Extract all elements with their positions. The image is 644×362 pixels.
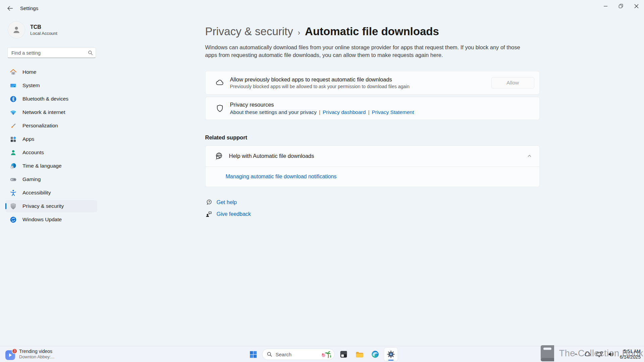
help-expander-title: Help with Automatic file downloads (229, 153, 314, 159)
windows-update-icon (9, 216, 17, 224)
taskbar: 3 Trending videos Downton Abbey:... Sear… (0, 346, 644, 362)
widget-title: Trending videos (19, 349, 55, 354)
restore-button[interactable] (613, 0, 629, 12)
edge-browser-button[interactable] (369, 348, 382, 361)
chevron-up-icon (527, 154, 532, 159)
sidebar-item-label: Accessibility (22, 190, 51, 196)
sidebar-item-home[interactable]: Home (5, 66, 97, 78)
window-controls (598, 0, 644, 12)
restore-icon (619, 4, 623, 8)
close-button[interactable] (629, 0, 644, 12)
system-tray: 5:51 AM 6/14/2025 (572, 346, 641, 362)
sidebar-item-label: Windows Update (22, 217, 62, 223)
page-description: Windows can automatically download files… (205, 44, 527, 59)
sidebar-item-label: Time & language (22, 163, 62, 169)
clock-time: 5:51 AM (620, 349, 641, 354)
related-support-heading: Related support (205, 134, 540, 141)
settings-app-button[interactable] (384, 348, 398, 361)
sidebar-item-accounts[interactable]: Accounts (5, 146, 97, 159)
sidebar-item-windows-update[interactable]: Windows Update (5, 214, 97, 226)
privacy-resources-card: Privacy resources About these settings a… (205, 97, 540, 120)
sidebar-item-bluetooth-devices[interactable]: Bluetooth & devices (5, 93, 97, 105)
minimize-icon (603, 4, 608, 8)
privacy-statement-link[interactable]: Privacy Statement (372, 109, 414, 115)
about-settings-privacy-link[interactable]: About these settings and your privacy (230, 109, 317, 115)
home-icon (9, 68, 17, 76)
start-button[interactable] (247, 348, 260, 361)
privacy-resources-links: About these settings and your privacy|Pr… (230, 109, 414, 115)
system-icon (9, 82, 17, 89)
sidebar-item-accessibility[interactable]: Accessibility (5, 187, 97, 199)
account-card[interactable]: TCB Local Account (8, 21, 97, 38)
privacy-dashboard-link[interactable]: Privacy dashboard (323, 109, 366, 115)
get-help-row: ? Get help (205, 199, 540, 206)
shield-outline-icon (215, 104, 224, 113)
managing-notifications-link[interactable]: Managing automatic file download notific… (226, 174, 337, 180)
svg-text:?: ? (208, 200, 210, 203)
footer-links: ? Get help Give feedback (205, 199, 540, 218)
allow-card-title: Allow previously blocked apps to request… (230, 76, 410, 83)
speaker-icon (607, 351, 615, 358)
sidebar-item-network-internet[interactable]: Network & internet (5, 106, 97, 118)
sidebar-item-time-language[interactable]: Time & language (5, 160, 97, 172)
search-icon (267, 352, 272, 357)
sidebar-item-system[interactable]: System (5, 79, 97, 92)
get-help-link[interactable]: Get help (217, 199, 237, 205)
account-name: TCB (30, 24, 57, 30)
edge-icon (371, 350, 380, 359)
allow-button[interactable]: Allow (491, 77, 534, 88)
gamepad-icon (9, 176, 17, 183)
allow-card-subtitle: Previously blocked apps will be allowed … (230, 84, 410, 89)
titlebar: Settings (0, 0, 644, 16)
sidebar-item-label: Privacy & security (22, 203, 64, 209)
taskbar-search-box[interactable]: Search (262, 349, 335, 360)
file-explorer-button[interactable] (353, 348, 366, 361)
minimize-button[interactable] (598, 0, 613, 12)
selected-indicator (5, 203, 6, 209)
sidebar-item-personalization[interactable]: Personalization (5, 120, 97, 132)
search-icon (88, 50, 93, 55)
volume-tray-icon[interactable] (607, 350, 615, 359)
get-help-icon: ? (205, 199, 213, 206)
accounts-icon (9, 149, 17, 157)
accessibility-icon (9, 189, 17, 197)
sidebar-item-apps[interactable]: Apps (5, 133, 97, 145)
sidebar-item-privacy-security[interactable]: Privacy & security (5, 200, 97, 212)
globe-search-icon (214, 152, 223, 161)
taskbar-clock[interactable]: 5:51 AM 6/14/2025 (620, 349, 641, 360)
page-title: Automatic file downloads (305, 25, 439, 38)
chevron-up-icon (573, 352, 579, 357)
onedrive-tray-icon[interactable] (583, 350, 592, 359)
clock-date: 6/14/2025 (620, 354, 641, 360)
give-feedback-link[interactable]: Give feedback (217, 211, 251, 217)
taskbar-search-placeholder: Search (276, 352, 321, 357)
apps-icon (9, 135, 17, 143)
cloud-icon (584, 351, 591, 358)
account-type: Local Account (30, 31, 57, 36)
sidebar-item-label: System (22, 82, 40, 88)
bluetooth-icon (9, 95, 17, 103)
cloud-icon (215, 78, 224, 87)
tray-chevron-up[interactable] (572, 350, 580, 359)
notification-badge: 3 (12, 348, 17, 354)
arrow-left-icon (7, 5, 13, 11)
breadcrumb: Privacy & security › Automatic file down… (205, 25, 540, 38)
windows-logo-icon (249, 350, 257, 359)
find-setting-input[interactable] (7, 48, 96, 58)
paintbrush-icon (9, 122, 17, 130)
sidebar-item-label: Home (22, 69, 36, 75)
help-expander-header[interactable]: Help with Automatic file downloads (206, 146, 539, 167)
person-icon (11, 25, 21, 35)
back-button[interactable] (4, 2, 15, 14)
network-tray-icon[interactable] (595, 350, 604, 359)
allow-blocked-apps-card: Allow previously blocked apps to request… (205, 71, 540, 95)
wifi-icon (9, 109, 17, 116)
widgets-button[interactable]: 3 Trending videos Downton Abbey:... (4, 348, 57, 360)
taskbar-app-dark-window[interactable] (337, 348, 351, 361)
shield-icon (9, 202, 17, 210)
sidebar-item-label: Personalization (22, 123, 58, 129)
file-explorer-icon (355, 350, 364, 359)
sidebar-item-gaming[interactable]: Gaming (5, 173, 97, 185)
breadcrumb-parent[interactable]: Privacy & security (205, 25, 293, 38)
link-separator: | (368, 109, 369, 115)
